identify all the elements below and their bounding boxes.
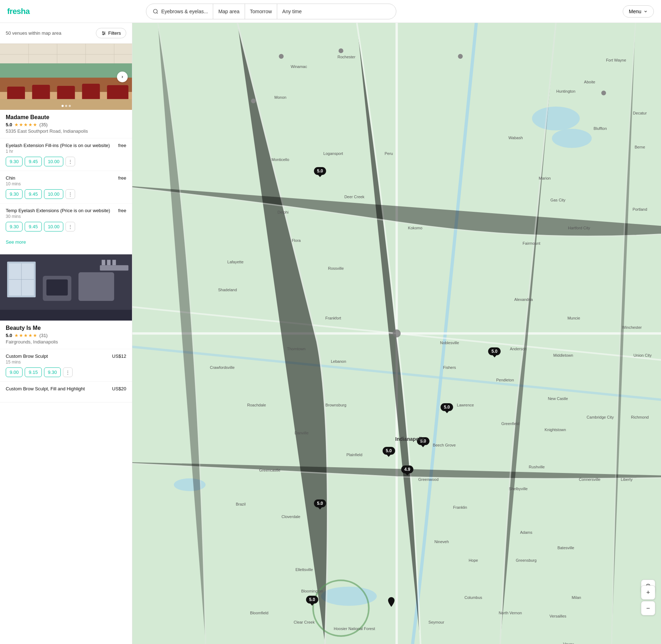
- svg-rect-35: [112, 260, 116, 265]
- venue-image[interactable]: [0, 44, 132, 110]
- service-item: Temp Eyelash Extensions (Price is on our…: [0, 203, 132, 236]
- time-slot-2[interactable]: 9.45: [25, 157, 41, 166]
- review-count: (31): [39, 333, 48, 338]
- map-pin[interactable]: 5.0: [382, 447, 395, 455]
- time-label: Any time: [282, 9, 302, 14]
- stars: ★ ★ ★ ★ ★: [14, 333, 37, 338]
- header: fresha Eyebrows & eyelas... Map area Tom…: [0, 0, 661, 23]
- time-slot-1[interactable]: 9.30: [6, 189, 23, 199]
- service-name: Chin: [6, 175, 116, 181]
- search-bar[interactable]: Eyebrows & eyelas... Map area Tomorrow A…: [146, 4, 396, 19]
- pin-rating: 5.0: [314, 499, 326, 507]
- dot-3: [69, 105, 71, 107]
- svg-point-46: [251, 98, 256, 103]
- location-search[interactable]: Map area: [213, 4, 245, 19]
- map-pin[interactable]: 5.0: [314, 499, 326, 507]
- service-duration: 1 hr: [6, 149, 126, 154]
- map-area[interactable]: 5.05.05.05.05.04.95.05.0 Fort WayneWinam…: [132, 23, 661, 644]
- pin-rating: 4.9: [401, 465, 413, 473]
- map-pin[interactable]: 4.9: [401, 465, 413, 473]
- service-price: free: [118, 208, 126, 213]
- rating-row: 5.0 ★ ★ ★ ★ ★ (35): [6, 122, 126, 127]
- review-count: (35): [39, 122, 48, 127]
- svg-rect-17: [7, 87, 25, 101]
- venue-image[interactable]: [0, 254, 132, 321]
- service-duration: 15 mins: [6, 360, 126, 365]
- venue-location: 5335 East Southport Road, Indianapolis: [6, 128, 126, 134]
- main-layout: 50 venues within map area Filters: [0, 23, 661, 644]
- rating: 5.0: [6, 122, 12, 127]
- map-pin[interactable]: 5.0: [488, 347, 501, 355]
- more-slots-button[interactable]: ⋮: [65, 157, 75, 166]
- logo: fresha: [7, 7, 30, 16]
- map-pin[interactable]: 5.0: [417, 437, 430, 445]
- time-slots: 9.30 9.45 10.00 ⋮: [6, 189, 126, 199]
- more-slots-button[interactable]: ⋮: [63, 367, 73, 377]
- venue-location: Fairgrounds, Indianapolis: [6, 339, 126, 345]
- service-name: Custom Brow Sculpt: [6, 353, 109, 359]
- rating: 5.0: [6, 333, 12, 338]
- svg-rect-29: [46, 279, 68, 296]
- service-header: Custom Brow Sculpt, Fill and Highlight U…: [6, 386, 126, 391]
- see-more-link[interactable]: See more: [0, 236, 132, 248]
- map-pin[interactable]: 5.0: [441, 403, 453, 411]
- menu-button[interactable]: Menu: [623, 5, 654, 18]
- svg-point-45: [458, 54, 462, 59]
- service-item: Custom Brow Sculpt, Fill and Highlight U…: [0, 381, 132, 396]
- service-price: free: [118, 143, 126, 148]
- svg-rect-22: [0, 99, 132, 110]
- panel-header: 50 venues within map area Filters: [0, 23, 132, 44]
- pin-rating: 5.0: [488, 347, 501, 355]
- time-slot-2[interactable]: 9.45: [25, 222, 41, 231]
- date-search[interactable]: Tomorrow: [245, 4, 277, 19]
- more-slots-button[interactable]: ⋮: [65, 222, 75, 231]
- time-search[interactable]: Any time: [277, 4, 307, 19]
- image-dots: [62, 105, 71, 107]
- service-price: free: [118, 175, 126, 181]
- more-slots-button[interactable]: ⋮: [65, 189, 75, 199]
- map-pin[interactable]: 5.0: [306, 596, 318, 604]
- time-slot-1[interactable]: 9.30: [6, 222, 23, 231]
- svg-point-44: [339, 48, 343, 53]
- svg-point-5: [104, 33, 105, 33]
- location-label: Map area: [218, 9, 239, 14]
- pin-rating: 5.0: [382, 447, 395, 455]
- service-search[interactable]: Eyebrows & eyelas...: [148, 4, 214, 19]
- svg-rect-30: [78, 272, 114, 301]
- service-item: Eyelash Extension Fill-ins (Price is on …: [0, 138, 132, 171]
- map-location-pin: [387, 597, 396, 609]
- time-slot-3[interactable]: 10.00: [44, 222, 64, 231]
- venue-card: Beauty Is Me 5.0 ★ ★ ★ ★ ★ (31) Fairgrou…: [0, 254, 132, 402]
- svg-rect-33: [102, 260, 105, 265]
- time-slot-3[interactable]: 10.00: [44, 189, 64, 199]
- time-slot-1[interactable]: 9.00: [6, 367, 23, 377]
- map-controls: + −: [641, 585, 655, 615]
- service-duration: 30 mins: [6, 214, 126, 219]
- svg-rect-18: [32, 85, 50, 101]
- chevron-down-icon: [643, 9, 648, 14]
- service-header: Eyelash Extension Fill-ins (Price is on …: [6, 143, 126, 148]
- time-slot-2[interactable]: 9.15: [25, 367, 41, 377]
- time-slot-1[interactable]: 9.30: [6, 157, 23, 166]
- venue1-placeholder: [0, 44, 132, 110]
- time-slot-2[interactable]: 9.45: [25, 189, 41, 199]
- time-slot-3[interactable]: 10.00: [44, 157, 64, 166]
- rating-row: 5.0 ★ ★ ★ ★ ★ (31): [6, 333, 126, 338]
- venue-info: Beauty Is Me 5.0 ★ ★ ★ ★ ★ (31) Fairgrou…: [0, 321, 132, 345]
- svg-point-38: [552, 129, 592, 148]
- service-price: US$12: [112, 353, 126, 359]
- venue-info: Madame Beaute 5.0 ★ ★ ★ ★ ★ (35) 5335 Ea…: [0, 110, 132, 134]
- service-label: Eyebrows & eyelas...: [161, 9, 208, 14]
- venue-card: Madame Beaute 5.0 ★ ★ ★ ★ ★ (35) 5335 Ea…: [0, 44, 132, 254]
- service-name: Eyelash Extension Fill-ins (Price is on …: [6, 143, 116, 148]
- zoom-in-button[interactable]: +: [641, 585, 655, 600]
- svg-rect-19: [57, 86, 75, 101]
- image-next-button[interactable]: [117, 72, 128, 82]
- map-pin[interactable]: [387, 597, 396, 610]
- service-header: Temp Eyelash Extensions (Price is on our…: [6, 208, 126, 213]
- map-pin[interactable]: 5.0: [314, 167, 326, 175]
- time-slot-3[interactable]: 9.30: [44, 367, 61, 377]
- zoom-out-button[interactable]: −: [641, 601, 655, 615]
- filters-button[interactable]: Filters: [96, 28, 126, 38]
- svg-point-37: [532, 107, 580, 131]
